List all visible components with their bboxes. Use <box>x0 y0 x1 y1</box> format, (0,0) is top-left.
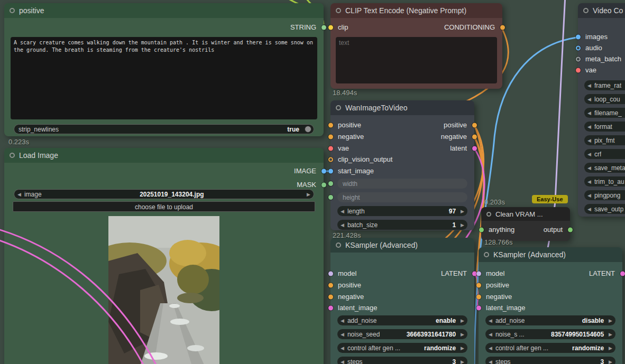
node-wan-image-to-video[interactable]: WanImageToVideo positive negative vae cl… <box>330 100 474 230</box>
widget-length[interactable]: ◀ length 97 ▶ <box>337 206 467 216</box>
decrement-arrow-icon[interactable]: ◀ <box>584 83 594 88</box>
input-pin-audio[interactable] <box>576 46 581 51</box>
input-slot-negative[interactable]: negative <box>330 292 474 302</box>
prompt-textarea[interactable]: A scary creature comes walking down the … <box>11 37 317 119</box>
widget-add-noise[interactable]: ◀ add_noise disable ▶ <box>485 315 615 325</box>
increment-arrow-icon[interactable]: ▶ <box>457 359 467 364</box>
node-clean-vram[interactable]: Clean VRAM ... anything output <box>481 207 570 241</box>
input-pin-latent[interactable] <box>476 306 481 311</box>
decrement-arrow-icon[interactable]: ◀ <box>485 318 495 323</box>
output-slot-conditioning[interactable]: CONDITIONING <box>330 23 502 32</box>
input-slot-negative[interactable]: negative <box>479 292 622 302</box>
decrement-arrow-icon[interactable]: ◀ <box>584 165 594 171</box>
collapse-dot-icon[interactable] <box>336 105 341 110</box>
strip-newlines-toggle[interactable]: strip_newlines true <box>14 124 314 134</box>
output-pin-output[interactable] <box>568 228 573 232</box>
collapse-dot-icon[interactable] <box>10 153 15 158</box>
decrement-arrow-icon[interactable]: ◀ <box>584 193 594 198</box>
collapse-dot-icon[interactable] <box>336 242 341 248</box>
input-pin-height[interactable] <box>328 195 333 200</box>
input-slot-latent-image[interactable]: latent_image <box>330 303 474 313</box>
output-pin-mask[interactable] <box>321 183 326 188</box>
widget-add-noise[interactable]: ◀ add_noise enable ▶ <box>337 315 467 325</box>
output-slot-image[interactable]: IMAGE <box>4 166 324 176</box>
increment-arrow-icon[interactable]: ▶ <box>457 332 467 337</box>
collapse-dot-icon[interactable] <box>486 212 491 217</box>
widget-batch-size[interactable]: ◀ batch_size 1 ▶ <box>337 220 467 230</box>
input-pin-conditioning[interactable] <box>476 283 481 288</box>
output-pin-string[interactable] <box>321 25 326 30</box>
input-slot-positive[interactable]: positive <box>479 281 622 290</box>
input-pin-image[interactable] <box>576 35 581 40</box>
negative-prompt-textarea[interactable]: text <box>336 37 497 83</box>
choose-file-button[interactable]: choose file to upload <box>13 201 315 212</box>
output-pin-conditioning[interactable] <box>472 135 477 139</box>
input-pin-meta-batch[interactable] <box>576 57 581 62</box>
output-slot-string[interactable]: STRING <box>4 23 324 32</box>
node-ksampler-advanced-2[interactable]: KSampler (Advanced) model positive negat… <box>479 247 622 364</box>
input-pin-conditioning[interactable] <box>476 295 481 300</box>
input-slot-latent-image[interactable]: latent_image <box>479 303 622 313</box>
output-pin-conditioning[interactable] <box>500 25 505 30</box>
decrement-arrow-icon[interactable]: ◀ <box>337 332 347 337</box>
input-slot-meta-batch[interactable]: meta_batch <box>578 54 625 64</box>
input-slot-images[interactable]: images <box>578 32 625 42</box>
increment-arrow-icon[interactable]: ▶ <box>605 332 615 337</box>
collapse-dot-icon[interactable] <box>484 252 489 257</box>
output-slot-negative[interactable]: negative <box>330 132 474 142</box>
decrement-arrow-icon[interactable]: ◀ <box>485 346 495 351</box>
collapse-dot-icon[interactable] <box>583 8 589 13</box>
decrement-arrow-icon[interactable]: ◀ <box>584 124 594 129</box>
decrement-arrow-icon[interactable]: ◀ <box>337 346 347 351</box>
decrement-arrow-icon[interactable]: ◀ <box>485 359 495 364</box>
input-slot-positive[interactable]: positive <box>330 281 474 290</box>
decrement-arrow-icon[interactable]: ◀ <box>584 207 594 212</box>
node-header[interactable]: Video Co <box>578 3 625 18</box>
widget-loop-count[interactable]: ◀ loop_cou <box>584 94 625 104</box>
decrement-arrow-icon[interactable]: ◀ <box>337 359 347 364</box>
widget-pix-fmt[interactable]: ◀ pix_fmt <box>584 135 625 145</box>
increment-arrow-icon[interactable]: ▶ <box>457 209 467 214</box>
node-header[interactable]: Load Image <box>4 148 324 163</box>
decrement-arrow-icon[interactable]: ◀ <box>337 222 347 228</box>
node-video-combine[interactable]: Video Co images audio meta_batch vae ◀ f… <box>578 3 625 217</box>
increment-arrow-icon[interactable]: ▶ <box>605 359 615 364</box>
input-slot-clip-vision-output[interactable]: clip_vision_output <box>330 155 474 164</box>
decrement-arrow-icon[interactable]: ◀ <box>584 138 594 143</box>
node-graph-canvas[interactable]: positive STRING A scary creature comes w… <box>0 0 625 364</box>
decrement-arrow-icon[interactable]: ◀ <box>337 209 347 214</box>
node-header[interactable]: KSampler (Advanced) <box>330 238 474 253</box>
node-ksampler-advanced-1[interactable]: KSampler (Advanced) model positive negat… <box>330 238 474 364</box>
node-clip-text-encode-negative[interactable]: CLIP Text Encode (Negative Prompt) clip … <box>330 3 502 89</box>
output-slot-positive[interactable]: positive <box>330 120 474 130</box>
output-pin-conditioning[interactable] <box>472 123 477 128</box>
output-slot-latent[interactable]: latent <box>330 144 474 153</box>
collapse-dot-icon[interactable] <box>336 8 341 13</box>
collapse-dot-icon[interactable] <box>10 8 15 13</box>
input-pin-conditioning[interactable] <box>328 295 333 300</box>
output-pin-latent[interactable] <box>472 146 477 151</box>
decrement-arrow-icon[interactable]: ◀ <box>584 110 594 116</box>
widget-filename-prefix[interactable]: ◀ filename_ <box>584 108 625 118</box>
combo-prev-arrow-icon[interactable]: ◀ <box>14 192 24 197</box>
node-header[interactable]: WanImageToVideo <box>330 100 474 115</box>
widget-noise-seed[interactable]: ◀ noise_seed 36663931641780 ▶ <box>337 329 467 339</box>
widget-pingpong[interactable]: ◀ pingpong <box>584 190 625 200</box>
output-slot-mask[interactable]: MASK <box>4 180 324 190</box>
input-slot-audio[interactable]: audio <box>578 43 625 53</box>
input-pin-image[interactable] <box>328 169 333 174</box>
node-positive-string[interactable]: positive STRING A scary creature comes w… <box>4 3 324 136</box>
widget-save-output[interactable]: ◀ save_outp <box>584 204 625 214</box>
decrement-arrow-icon[interactable]: ◀ <box>584 179 594 184</box>
increment-arrow-icon[interactable]: ▶ <box>457 222 467 228</box>
widget-crf[interactable]: ◀ crf <box>584 149 625 159</box>
input-pin-vae[interactable] <box>576 68 581 73</box>
increment-arrow-icon[interactable]: ▶ <box>457 318 467 323</box>
input-slot-start-image[interactable]: start_image <box>330 166 474 176</box>
increment-arrow-icon[interactable]: ▶ <box>605 318 615 323</box>
node-header[interactable]: Clean VRAM ... <box>481 207 570 221</box>
output-pin-image[interactable] <box>321 169 326 174</box>
widget-control-after-generate[interactable]: ◀ control after gen ... randomize ▶ <box>485 343 615 353</box>
image-combo-widget[interactable]: ◀ image 20251019_143204.jpg ▶ <box>14 189 314 199</box>
increment-arrow-icon[interactable]: ▶ <box>457 346 467 351</box>
